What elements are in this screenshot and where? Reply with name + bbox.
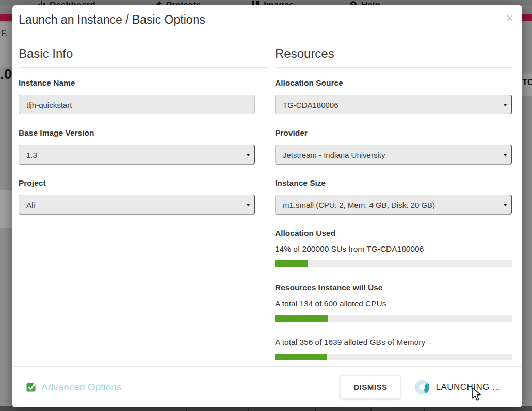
loading-spinner-icon: [414, 380, 430, 395]
modal-header: Launch an Instance / Basic Options ×: [12, 5, 522, 35]
allocation-source-value: TG-CDA180006: [283, 101, 338, 109]
modal-title: Launch an Instance / Basic Options: [19, 13, 205, 27]
advanced-options-link[interactable]: Advanced Options: [26, 382, 121, 393]
backdrop-text-fragment: .0: [0, 66, 12, 83]
chevron-down-icon: [503, 154, 507, 156]
nav-item-label: Projects: [166, 0, 201, 5]
allocation-source-select[interactable]: TG-CDA180006: [275, 95, 512, 114]
chevron-down-icon: [503, 104, 507, 106]
chevron-down-icon: [246, 154, 250, 156]
project-select[interactable]: Ali: [19, 195, 255, 215]
pencil-icon: [155, 1, 162, 5]
provider-select[interactable]: Jetstream - Indiana University: [275, 145, 512, 165]
launch-instance-modal: Launch an Instance / Basic Options × Bas…: [12, 5, 522, 407]
allocation-used-label: Allocation Used: [275, 228, 512, 238]
progress-fill: [275, 354, 327, 360]
progress-fill: [275, 315, 328, 322]
provider-label: Provider: [275, 128, 512, 138]
resources-heading: Resources: [275, 46, 512, 68]
launching-status[interactable]: LAUNCHING ...: [414, 380, 501, 395]
basic-info-heading: Basic Info: [19, 46, 268, 68]
basic-info-section: Basic Info Instance Name Base Image Vers…: [19, 35, 268, 366]
base-image-version-value: 1.3: [26, 151, 37, 159]
memory-usage-progress: [275, 354, 512, 360]
backdrop-text-fragment: TO: [522, 77, 532, 88]
checkbox-checked-icon: [26, 382, 37, 392]
cpu-usage-detail: A total 134 of 600 alloted CPUs: [275, 299, 512, 309]
nav-item-label: Images: [264, 0, 294, 5]
nav-item-help[interactable]: ? Help: [350, 0, 380, 5]
dismiss-button[interactable]: DISMISS: [340, 375, 400, 399]
chevron-down-icon: [246, 204, 250, 206]
modal-body: Basic Info Instance Name Base Image Vers…: [12, 35, 522, 366]
memory-usage-detail: A total 356 of 1639 alloted GBs of Memor…: [275, 337, 512, 348]
nav-item-label: Dashboard: [50, 0, 95, 5]
resources-section: Resources Allocation Source TG-CDA180006…: [275, 35, 512, 366]
modal-footer: Advanced Options DISMISS LAUNCHING ...: [12, 366, 522, 407]
nav-item-dashboard[interactable]: Dashboard: [38, 0, 95, 5]
mouse-cursor: [472, 388, 483, 401]
images-icon: [252, 1, 259, 5]
top-navbar: Dashboard Projects Images ? Help: [0, 0, 532, 5]
allocation-used-progress: [275, 260, 512, 267]
allocation-source-label: Allocation Source: [275, 78, 512, 88]
instance-name-input[interactable]: [19, 95, 255, 114]
instance-size-value: m1.small (CPU: 2, Mem: 4 GB, Disk: 20 GB…: [283, 201, 435, 209]
nav-item-images[interactable]: Images: [252, 0, 294, 5]
progress-fill: [275, 260, 308, 267]
cpu-usage-progress: [275, 315, 512, 322]
close-icon[interactable]: ×: [506, 11, 513, 25]
backdrop-text-fragment: F.: [1, 29, 7, 38]
project-value: Ali: [26, 201, 35, 209]
nav-item-label: Help: [361, 0, 380, 5]
chevron-down-icon: [503, 204, 507, 206]
instance-size-label: Instance Size: [275, 178, 512, 188]
nav-item-projects[interactable]: Projects: [155, 0, 201, 5]
help-icon: ?: [350, 1, 357, 5]
project-label: Project: [19, 178, 268, 188]
provider-value: Jetstream - Indiana University: [283, 151, 385, 159]
launching-label: LAUNCHING ...: [436, 382, 501, 392]
advanced-options-label: Advanced Options: [41, 382, 121, 393]
allocation-used-detail: 14% of 200000 SUs from TG-CDA180006: [275, 244, 512, 254]
instance-usage-label: Resources Instance will Use: [275, 283, 512, 293]
backdrop-left-box: [0, 190, 12, 228]
instance-size-select[interactable]: m1.small (CPU: 2, Mem: 4 GB, Disk: 20 GB…: [275, 195, 512, 215]
base-image-version-label: Base Image Version: [19, 128, 268, 138]
base-image-version-select[interactable]: 1.3: [19, 145, 255, 165]
svg-text:?: ?: [352, 2, 355, 5]
instance-name-label: Instance Name: [19, 78, 268, 88]
bar-chart-icon: [38, 1, 45, 5]
